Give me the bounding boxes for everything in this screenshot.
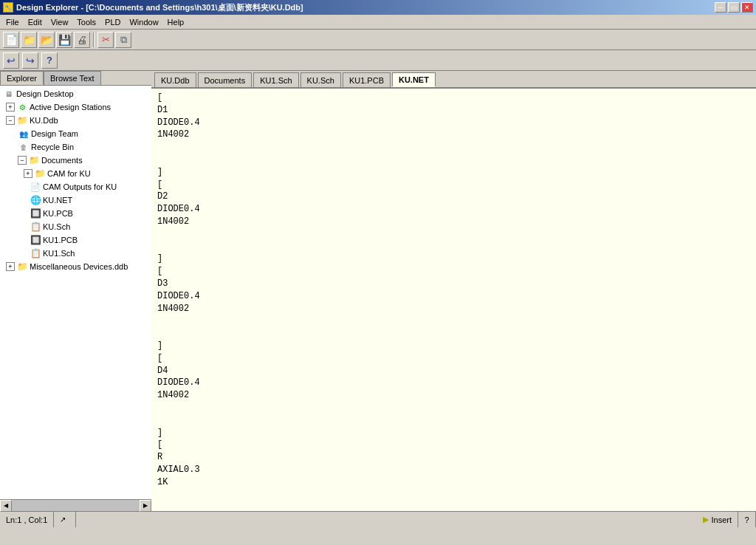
- menu-window[interactable]: Window: [125, 16, 162, 28]
- documents-folder-icon: 📁: [28, 154, 40, 166]
- copy-button[interactable]: ⧉: [115, 32, 131, 48]
- tab-browse-text[interactable]: Browse Text: [44, 71, 101, 85]
- save-button[interactable]: 💾: [56, 32, 72, 48]
- cam-outputs-icon: 📄: [30, 181, 41, 193]
- scroll-right-btn[interactable]: ▶: [140, 500, 151, 512]
- main-area: Explorer Browse Text 🖥 Design Desktop + …: [0, 71, 756, 511]
- close-button[interactable]: ✕: [741, 2, 753, 13]
- tree-item-ku1-pcb[interactable]: 🔲 KU1.PCB: [1, 233, 150, 247]
- menu-tools[interactable]: Tools: [72, 16, 100, 28]
- cut-button[interactable]: ✂: [97, 32, 114, 48]
- open-button[interactable]: 📂: [38, 32, 55, 48]
- tab-ku-ddb[interactable]: KU.Ddb: [154, 72, 196, 87]
- tab-ku1-sch[interactable]: KU1.Sch: [253, 72, 298, 87]
- status-arrow-icon: ↗: [60, 515, 66, 524]
- desktop-icon: 🖥: [3, 88, 15, 100]
- open-ddb-button[interactable]: 📁: [21, 32, 37, 48]
- tab-ku-sch[interactable]: KU.Sch: [300, 72, 341, 87]
- window-title: Design Explorer - [C:\Documents and Sett…: [16, 2, 303, 13]
- recycle-bin-icon: 🗑: [18, 141, 30, 153]
- expand-misc-devices[interactable]: +: [6, 262, 15, 271]
- expand-active-stations[interactable]: +: [6, 103, 15, 112]
- ku-pcb-icon: 🔲: [30, 208, 41, 219]
- tab-explorer[interactable]: Explorer: [0, 71, 44, 85]
- ku1-pcb-icon: 🔲: [30, 234, 41, 246]
- misc-devices-folder-icon: 📁: [16, 261, 28, 272]
- tree-item-design-team[interactable]: 👥 Design Team: [1, 127, 150, 140]
- menu-edit[interactable]: Edit: [24, 16, 47, 28]
- window-controls: ─ ▭ ✕: [715, 2, 753, 13]
- content-area[interactable]: [ D1 DIODE0.4 1N4002 ] [ D2 DIODE0.4 1N4…: [151, 89, 756, 511]
- print-button[interactable]: 🖨: [74, 32, 90, 48]
- toolbar-secondary: ↩ ↪ ?: [0, 50, 756, 71]
- expand-documents[interactable]: −: [18, 156, 27, 165]
- tree-item-ku1-sch[interactable]: 📋 KU1.Sch: [1, 247, 150, 260]
- left-panel: Explorer Browse Text 🖥 Design Desktop + …: [0, 71, 151, 511]
- new-button[interactable]: 📄: [3, 32, 19, 48]
- undo-button[interactable]: ↩: [3, 52, 19, 69]
- menu-view[interactable]: View: [47, 16, 73, 28]
- tree-item-ku-ddb[interactable]: − 📁 KU.Ddb: [1, 114, 150, 127]
- expand-cam-for-ku[interactable]: +: [24, 169, 32, 178]
- file-tree[interactable]: 🖥 Design Desktop + ⚙ Active Design Stati…: [0, 86, 151, 499]
- scroll-left-btn[interactable]: ◀: [0, 500, 12, 512]
- tree-item-design-desktop[interactable]: 🖥 Design Desktop: [1, 87, 150, 100]
- status-bar: Ln:1 , Col:1 ↗ ▶ Insert ?: [0, 511, 756, 527]
- minimize-button[interactable]: ─: [715, 2, 726, 13]
- tab-ku1-pcb[interactable]: KU1.PCB: [343, 72, 391, 87]
- restore-button[interactable]: ▭: [728, 2, 740, 13]
- tree-item-ku-pcb[interactable]: 🔲 KU.PCB: [1, 207, 150, 220]
- ku-sch-icon: 📋: [30, 221, 41, 233]
- tree-item-ku-net[interactable]: 🌐 KU.NET: [1, 193, 150, 207]
- tree-item-recycle-bin[interactable]: 🗑 Recycle Bin: [1, 140, 150, 154]
- toolbar-main: 📄 📁 📂 💾 🖨 ✂ ⧉: [0, 30, 756, 50]
- stations-icon: ⚙: [16, 101, 28, 113]
- status-mode: ▶ Insert: [697, 512, 738, 527]
- menu-bar: File Edit View Tools PLD Window Help: [0, 15, 756, 30]
- tree-item-misc-devices[interactable]: + 📁 Miscellaneous Devices.ddb: [1, 260, 150, 273]
- status-position: Ln:1 , Col:1: [0, 512, 54, 527]
- tree-item-ku-sch[interactable]: 📋 KU.Sch: [1, 220, 150, 233]
- document-tabs: KU.Ddb Documents KU1.Sch KU.Sch KU1.PCB …: [151, 71, 756, 89]
- mode-icon: ▶: [703, 515, 709, 524]
- tab-documents[interactable]: Documents: [198, 72, 252, 87]
- menu-pld[interactable]: PLD: [100, 16, 125, 28]
- tree-item-documents[interactable]: − 📁 Documents: [1, 154, 150, 167]
- app-icon: 🔧: [3, 2, 13, 13]
- tree-item-cam-for-ku[interactable]: + 📁 CAM for KU: [1, 167, 150, 180]
- ku1-sch-icon: 📋: [30, 247, 41, 259]
- cam-folder-icon: 📁: [34, 168, 46, 179]
- status-icon-area: ↗: [54, 512, 76, 527]
- scroll-track[interactable]: [12, 500, 140, 511]
- menu-help[interactable]: Help: [163, 16, 189, 28]
- design-team-icon: 👥: [18, 128, 30, 140]
- tree-item-cam-outputs[interactable]: 📄 CAM Outputs for KU: [1, 180, 150, 193]
- tree-item-active-stations[interactable]: + ⚙ Active Design Stations: [1, 100, 150, 114]
- help-button[interactable]: ?: [41, 52, 58, 69]
- expand-ku-ddb[interactable]: −: [6, 116, 15, 125]
- tab-ku-net[interactable]: KU.NET: [392, 72, 436, 87]
- left-scrollbar[interactable]: ◀ ▶: [0, 499, 151, 511]
- redo-button[interactable]: ↪: [22, 52, 38, 69]
- menu-file[interactable]: File: [1, 16, 24, 28]
- help-status-icon: ?: [744, 515, 749, 524]
- panel-tabs: Explorer Browse Text: [0, 71, 151, 86]
- ku-ddb-folder-icon: 📁: [16, 114, 28, 126]
- ku-net-icon: 🌐: [30, 194, 41, 206]
- title-bar: 🔧 Design Explorer - [C:\Documents and Se…: [0, 0, 756, 15]
- status-help: ?: [738, 512, 756, 527]
